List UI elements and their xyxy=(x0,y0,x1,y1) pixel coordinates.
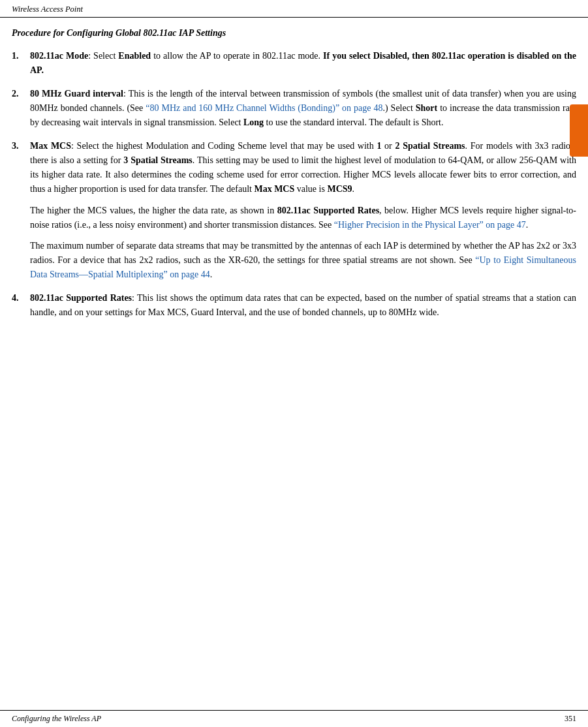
list-item: 1. 802.11ac Mode: Select Enabled to allo… xyxy=(12,49,576,78)
list-content-4: 802.11ac Supported Rates: This list show… xyxy=(30,291,576,320)
list-item: 2. 80 MHz Guard interval: This is the le… xyxy=(12,87,576,130)
page-container: Wireless Access Point Procedure for Conf… xyxy=(0,0,588,727)
list-item: 4. 802.11ac Supported Rates: This list s… xyxy=(12,291,576,320)
procedure-list: 1. 802.11ac Mode: Select Enabled to allo… xyxy=(12,49,576,320)
list-content-2: 80 MHz Guard interval: This is the lengt… xyxy=(30,87,576,130)
list-number-3: 3. xyxy=(12,139,30,282)
list-content-1: 802.11ac Mode: Select Enabled to allow t… xyxy=(30,49,576,78)
list-paragraph: The maximum number of separate data stre… xyxy=(30,239,576,282)
page-footer: Configuring the Wireless AP 351 xyxy=(0,710,588,727)
orange-tab xyxy=(570,104,588,157)
footer-left-text: Configuring the Wireless AP xyxy=(12,714,101,724)
header-title: Wireless Access Point xyxy=(12,5,83,14)
page-header: Wireless Access Point xyxy=(0,0,588,18)
list-number-4: 4. xyxy=(12,291,30,320)
list-paragraph: 802.11ac Mode: Select Enabled to allow t… xyxy=(30,49,576,78)
footer-page-number: 351 xyxy=(565,714,576,724)
list-paragraph: Max MCS: Select the highest Modulation a… xyxy=(30,139,576,196)
list-paragraph: 802.11ac Supported Rates: This list show… xyxy=(30,291,576,320)
link-higher-precision[interactable]: “Higher Precision in the Physical Layer”… xyxy=(334,220,526,230)
list-number-2: 2. xyxy=(12,87,30,130)
link-eight-streams[interactable]: “Up to Eight Simultaneous Data Streams—S… xyxy=(30,255,576,279)
list-content-3: Max MCS: Select the highest Modulation a… xyxy=(30,139,576,282)
link-80mhz[interactable]: “80 MHz and 160 MHz Channel Widths (Bond… xyxy=(146,103,382,113)
list-number-1: 1. xyxy=(12,49,30,78)
list-paragraph: The higher the MCS values, the higher th… xyxy=(30,204,576,232)
main-content: Procedure for Configuring Global 802.11a… xyxy=(0,18,588,368)
list-paragraph: 80 MHz Guard interval: This is the lengt… xyxy=(30,87,576,130)
list-item: 3. Max MCS: Select the highest Modulatio… xyxy=(12,139,576,282)
section-title: Procedure for Configuring Global 802.11a… xyxy=(12,27,576,40)
